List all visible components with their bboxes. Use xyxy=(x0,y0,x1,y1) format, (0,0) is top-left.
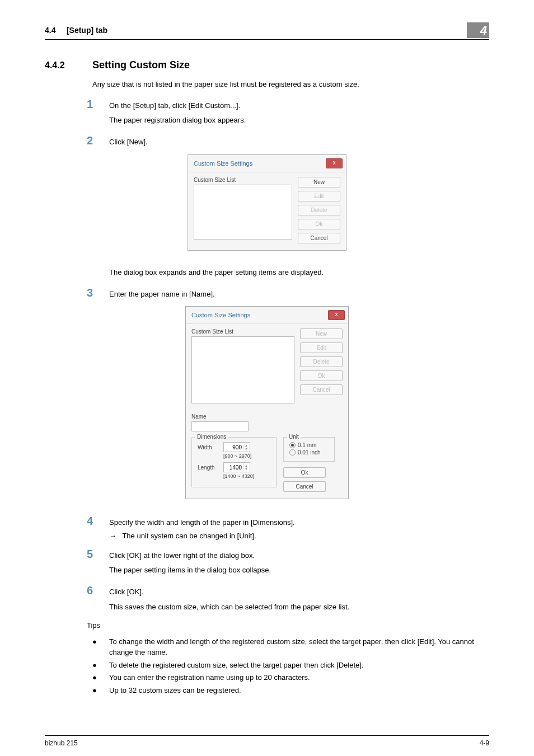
step-number: 1 xyxy=(87,98,109,111)
header-label: [Setup] tab xyxy=(67,26,107,35)
unit-option-inch[interactable]: 0.01 inch xyxy=(289,449,329,456)
intro-paragraph: Any size that is not listed in the paper… xyxy=(92,79,489,90)
name-input[interactable] xyxy=(191,421,249,431)
post-step-2-text: The dialog box expands and the paper set… xyxy=(109,266,489,279)
list-item: ●To delete the registered custom size, s… xyxy=(92,660,489,671)
length-label: Length xyxy=(198,464,219,471)
list-item: ●To change the width and length of the r… xyxy=(92,637,489,658)
dimensions-fieldset: Dimensions Width ▲▼ [900 ~ 2970] Length xyxy=(191,437,277,487)
length-row: Length ▲▼ xyxy=(198,462,270,472)
section-title: Setting Custom Size xyxy=(92,59,190,71)
section-heading: 4.4.2 Setting Custom Size xyxy=(45,59,489,71)
step-number: 6 xyxy=(87,584,109,597)
step-6-follow: This saves the custom size, which can be… xyxy=(109,601,489,613)
tips-list: ●To change the width and length of the r… xyxy=(92,637,489,696)
custom-size-list-area: Custom Size List xyxy=(194,177,292,243)
step-text: Click [New]. xyxy=(109,137,489,148)
name-row: Name xyxy=(191,414,343,431)
name-label: Name xyxy=(191,414,343,420)
dialog-button-column: New Edit Delete Ok Cancel xyxy=(298,177,340,243)
page: 4.4 [Setup] tab 4 4.4.2 Setting Custom S… xyxy=(0,0,534,756)
ok-button[interactable]: Ok xyxy=(298,219,340,229)
length-input[interactable] xyxy=(224,464,243,471)
step-4-arrow-text: The unit system can be changed in [Unit]… xyxy=(122,532,256,540)
step-4: 4 Specify the width and length of the pa… xyxy=(45,515,489,528)
bullet-icon: ● xyxy=(92,637,109,658)
custom-size-listbox[interactable] xyxy=(191,336,294,403)
step-text: On the [Setup] tab, click [Edit Custom..… xyxy=(109,100,489,111)
step-4-sub: → The unit system can be changed in [Uni… xyxy=(109,532,489,540)
lower-ok-button[interactable]: Ok xyxy=(283,467,326,478)
spinner-arrows-icon[interactable]: ▲▼ xyxy=(243,464,249,471)
dialog-button-column: New Edit Delete Ok Cancel xyxy=(300,328,343,403)
custom-size-list-area: Custom Size List xyxy=(191,328,294,403)
tips-label: Tips xyxy=(87,621,489,630)
step-1: 1 On the [Setup] tab, click [Edit Custom… xyxy=(45,98,489,111)
custom-size-dialog-expanded: Custom Size Settings x Custom Size List … xyxy=(185,306,349,499)
page-footer: bizhub 215 4-9 xyxy=(45,735,489,747)
width-input[interactable] xyxy=(224,444,243,451)
new-button[interactable]: New xyxy=(298,177,340,187)
dialog-body: Custom Size List New Edit Delete Ok Canc… xyxy=(186,324,348,410)
step-5: 5 Click [OK] at the lower right of the d… xyxy=(45,548,489,561)
dialog-body: Custom Size List New Edit Delete Ok Canc… xyxy=(188,172,346,250)
dialog-title: Custom Size Settings xyxy=(191,312,250,318)
step-number: 4 xyxy=(87,515,109,528)
header-section-ref: 4.4 [Setup] tab xyxy=(45,26,107,35)
close-icon[interactable]: x xyxy=(326,158,343,168)
dimensions-legend: Dimensions xyxy=(195,434,228,440)
delete-button[interactable]: Delete xyxy=(298,205,340,215)
list-item: ●Up to 32 custom sizes can be registered… xyxy=(92,685,489,696)
step-number: 5 xyxy=(87,548,109,561)
step-2: 2 Click [New]. xyxy=(45,134,489,148)
dimensions-unit-row: Dimensions Width ▲▼ [900 ~ 2970] Length xyxy=(191,437,343,492)
cancel-button[interactable]: Cancel xyxy=(298,233,340,243)
delete-button[interactable]: Delete xyxy=(300,356,343,367)
tip-text: To change the width and length of the re… xyxy=(109,637,489,658)
step-1-follow: The paper registration dialog box appear… xyxy=(109,114,489,126)
tip-text: Up to 32 custom sizes can be registered. xyxy=(109,685,241,696)
footer-right: 4-9 xyxy=(480,739,489,747)
arrow-icon: → xyxy=(109,532,120,540)
cancel-button[interactable]: Cancel xyxy=(300,384,343,395)
chapter-number-box: 4 xyxy=(467,22,489,38)
close-icon[interactable]: x xyxy=(328,310,345,320)
header-num: 4.4 xyxy=(45,26,55,35)
section-number: 4.4.2 xyxy=(45,60,92,71)
dialog-lower-panel: Name Dimensions Width ▲▼ [900 ~ 2970] xyxy=(186,410,348,499)
list-label: Custom Size List xyxy=(194,177,292,183)
lower-cancel-button[interactable]: Cancel xyxy=(283,481,326,492)
dialog-titlebar: Custom Size Settings x xyxy=(188,155,346,172)
bullet-icon: ● xyxy=(92,673,109,683)
step-text: Click [OK]. xyxy=(109,586,489,598)
step-5-follow: The paper setting items in the dialog bo… xyxy=(109,564,489,576)
custom-size-dialog-collapsed: Custom Size Settings x Custom Size List … xyxy=(188,154,346,251)
radio-icon[interactable] xyxy=(289,449,296,456)
custom-size-listbox[interactable] xyxy=(194,185,292,240)
width-label: Width xyxy=(198,444,219,450)
edit-button[interactable]: Edit xyxy=(300,342,343,353)
bullet-icon: ● xyxy=(92,685,109,696)
page-header: 4.4 [Setup] tab 4 xyxy=(45,22,489,40)
footer-left: bizhub 215 xyxy=(45,739,78,747)
width-row: Width ▲▼ xyxy=(198,442,270,452)
width-spinner[interactable]: ▲▼ xyxy=(223,442,250,452)
spinner-arrows-icon[interactable]: ▲▼ xyxy=(243,444,249,450)
length-range: [1400 ~ 4320] xyxy=(223,473,270,479)
step-text: Click [OK] at the lower right of the dia… xyxy=(109,550,489,561)
unit-mm-label: 0.1 mm xyxy=(298,442,316,448)
edit-button[interactable]: Edit xyxy=(298,191,340,201)
length-spinner[interactable]: ▲▼ xyxy=(223,462,250,472)
new-button[interactable]: New xyxy=(300,328,343,339)
tip-text: To delete the registered custom size, se… xyxy=(109,660,364,671)
unit-option-mm[interactable]: 0.1 mm xyxy=(289,442,329,448)
tip-text: You can enter the registration name usin… xyxy=(109,673,310,683)
ok-button[interactable]: Ok xyxy=(300,370,343,381)
lower-buttons: Ok Cancel xyxy=(283,467,326,492)
width-range: [900 ~ 2970] xyxy=(223,453,270,459)
step-3: 3 Enter the paper name in [Name]. xyxy=(45,287,489,300)
unit-fieldset: Unit 0.1 mm 0.01 inch xyxy=(283,437,335,462)
step-text: Enter the paper name in [Name]. xyxy=(109,289,489,300)
step-6: 6 Click [OK]. xyxy=(45,584,489,598)
radio-icon[interactable] xyxy=(289,442,296,448)
